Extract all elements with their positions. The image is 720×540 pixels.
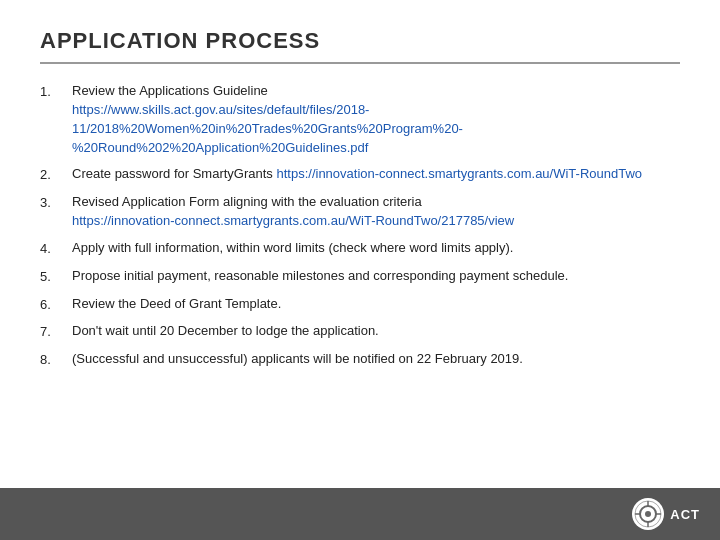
step-3-link[interactable]: https://innovation-connect.smartygrants.… bbox=[72, 213, 514, 228]
svg-point-2 bbox=[645, 511, 651, 517]
step-2: 2. Create password for SmartyGrants http… bbox=[40, 165, 680, 185]
step-5: 5. Propose initial payment, reasonable m… bbox=[40, 267, 680, 287]
step-5-text: Propose initial payment, reasonable mile… bbox=[72, 267, 680, 287]
step-7-num: 7. bbox=[40, 322, 72, 342]
divider bbox=[40, 62, 680, 64]
step-7: 7. Don't wait until 20 December to lodge… bbox=[40, 322, 680, 342]
step-4-num: 4. bbox=[40, 239, 72, 259]
page: APPLICATION PROCESS 1. Review the Applic… bbox=[0, 0, 720, 540]
logo-circle bbox=[632, 498, 664, 530]
step-8: 8. (Successful and unsuccessful) applica… bbox=[40, 350, 680, 370]
step-2-link[interactable]: https://innovation-connect.smartygrants.… bbox=[276, 166, 642, 181]
step-7-text: Don't wait until 20 December to lodge th… bbox=[72, 322, 680, 342]
step-3-num: 3. bbox=[40, 193, 72, 231]
step-8-text: (Successful and unsuccessful) applicants… bbox=[72, 350, 680, 370]
act-logo-text: ACT bbox=[670, 507, 700, 522]
step-4: 4. Apply with full information, within w… bbox=[40, 239, 680, 259]
page-title: APPLICATION PROCESS bbox=[40, 28, 680, 54]
act-logo-icon bbox=[634, 500, 662, 528]
step-1-link[interactable]: https://www.skills.act.gov.au/sites/defa… bbox=[72, 102, 463, 155]
step-4-text: Apply with full information, within word… bbox=[72, 239, 680, 259]
step-2-text: Create password for SmartyGrants https:/… bbox=[72, 165, 680, 185]
step-3: 3. Revised Application Form aligning wit… bbox=[40, 193, 680, 231]
step-6-text: Review the Deed of Grant Template. bbox=[72, 295, 680, 315]
step-6: 6. Review the Deed of Grant Template. bbox=[40, 295, 680, 315]
step-3-text: Revised Application Form aligning with t… bbox=[72, 193, 680, 231]
step-5-num: 5. bbox=[40, 267, 72, 287]
step-1: 1. Review the Applications Guideline htt… bbox=[40, 82, 680, 157]
step-2-num: 2. bbox=[40, 165, 72, 185]
main-content: APPLICATION PROCESS 1. Review the Applic… bbox=[0, 0, 720, 488]
step-8-num: 8. bbox=[40, 350, 72, 370]
logo-area: ACT bbox=[632, 498, 700, 530]
footer: ACT bbox=[0, 488, 720, 540]
step-6-num: 6. bbox=[40, 295, 72, 315]
steps-list: 1. Review the Applications Guideline htt… bbox=[40, 82, 680, 370]
step-1-text: Review the Applications Guideline https:… bbox=[72, 82, 680, 157]
step-1-num: 1. bbox=[40, 82, 72, 157]
